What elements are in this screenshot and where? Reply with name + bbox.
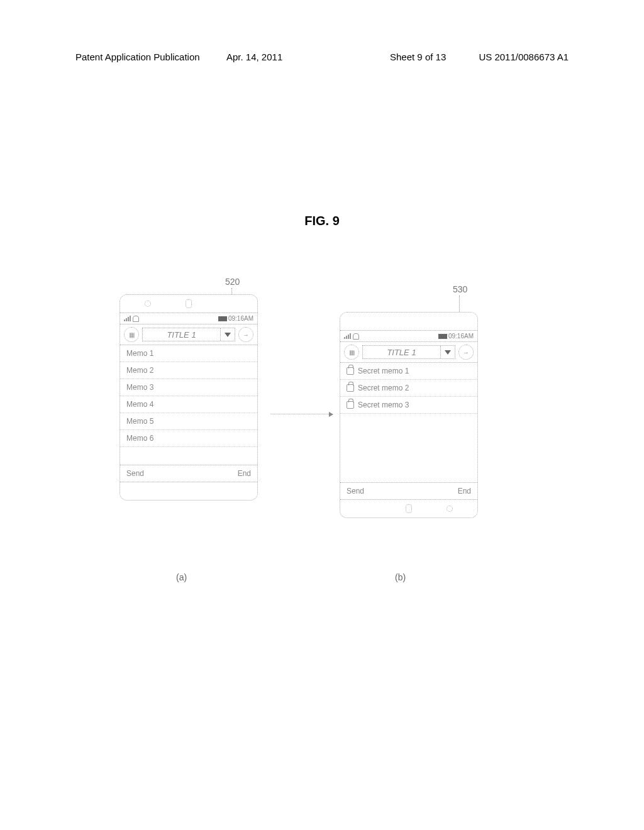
next-button[interactable]: → <box>458 345 474 360</box>
bell-icon <box>133 316 139 322</box>
figure-title: FIG. 9 <box>304 214 340 228</box>
camera-icon <box>145 301 151 307</box>
lock-icon <box>347 401 354 409</box>
speaker-icon <box>186 299 192 308</box>
arrow-right-icon: → <box>463 349 469 356</box>
list-item[interactable]: Memo 3 <box>120 379 257 396</box>
status-bar: 09:16AM <box>340 330 477 342</box>
header-date: Apr. 14, 2011 <box>226 52 282 62</box>
memo-list: Memo 1 Memo 2 Memo 3 Memo 4 Memo 5 Memo … <box>120 345 257 465</box>
subfigure-b-label: (b) <box>395 572 406 582</box>
phone-b: 09:16AM ▦ TITLE 1 → Secret memo 1 <box>340 312 478 518</box>
softkey-bar: Send End <box>120 465 257 482</box>
header-publication: Patent Application Publication <box>75 52 200 62</box>
phone-a: 09:16AM ▦ TITLE 1 → Memo 1 Memo 2 Memo 3 <box>119 294 258 501</box>
speaker-icon <box>406 504 412 513</box>
memo-label: Memo 1 <box>126 349 153 358</box>
memo-list: Secret memo 1 Secret memo 2 Secret memo … <box>340 363 477 482</box>
phone-a-top <box>120 295 257 313</box>
signal-icon <box>344 333 351 339</box>
arrow-right-icon: → <box>243 331 249 338</box>
phone-b-top <box>340 313 477 330</box>
phone-b-bottom <box>340 500 477 517</box>
softkey-bar: Send End <box>340 482 477 500</box>
header-pubno: US 2011/0086673 A1 <box>479 52 569 62</box>
lock-icon <box>347 367 354 375</box>
list-item[interactable]: Secret memo 3 <box>340 397 477 414</box>
list-item[interactable]: Secret memo 1 <box>340 363 477 380</box>
memo-label: Memo 5 <box>126 417 153 426</box>
status-bar: 09:16AM <box>120 313 257 324</box>
title-text: TITLE 1 <box>143 328 221 341</box>
title-bar: ▦ TITLE 1 → <box>340 342 477 363</box>
title-dropdown[interactable]: TITLE 1 <box>142 328 235 341</box>
memo-label: Memo 6 <box>126 434 153 443</box>
menu-button[interactable]: ▦ <box>124 327 139 342</box>
memo-label: Memo 4 <box>126 400 153 409</box>
next-button[interactable]: → <box>238 327 253 342</box>
status-time: 09:16AM <box>228 315 253 322</box>
memo-label: Secret memo 3 <box>358 401 409 409</box>
list-item[interactable]: Memo 6 <box>120 430 257 447</box>
list-item[interactable]: Memo 5 <box>120 413 257 430</box>
title-text: TITLE 1 <box>363 346 441 358</box>
memo-label: Secret memo 2 <box>358 384 409 392</box>
battery-icon <box>218 316 227 321</box>
chevron-down-icon <box>221 333 235 337</box>
grid-icon: ▦ <box>129 331 135 338</box>
battery-icon <box>438 334 447 339</box>
chevron-down-icon <box>441 350 455 355</box>
list-item[interactable]: Memo 2 <box>120 362 257 379</box>
subfigure-a-label: (a) <box>176 572 187 582</box>
bell-icon <box>353 333 359 340</box>
memo-label: Memo 3 <box>126 383 153 392</box>
list-item[interactable]: Secret memo 2 <box>340 380 477 397</box>
transition-arrow-icon <box>270 414 330 414</box>
camera-icon <box>447 506 453 512</box>
phone-a-bottom <box>120 482 257 500</box>
callout-530: 530 <box>453 284 467 294</box>
lock-icon <box>347 384 354 392</box>
memo-label: Memo 2 <box>126 366 153 375</box>
page-header: Patent Application Publication Apr. 14, … <box>75 52 569 62</box>
grid-icon: ▦ <box>349 349 355 356</box>
send-button[interactable]: Send <box>126 469 144 478</box>
menu-button[interactable]: ▦ <box>344 345 359 360</box>
header-sheet: Sheet 9 of 13 <box>390 52 446 62</box>
title-dropdown[interactable]: TITLE 1 <box>362 345 455 359</box>
memo-label: Secret memo 1 <box>358 367 409 375</box>
signal-icon <box>124 316 131 321</box>
list-item[interactable]: Memo 1 <box>120 345 257 362</box>
send-button[interactable]: Send <box>347 487 364 495</box>
list-item[interactable]: Memo 4 <box>120 396 257 413</box>
end-button[interactable]: End <box>238 469 251 478</box>
title-bar: ▦ TITLE 1 → <box>120 324 257 345</box>
callout-520: 520 <box>225 277 240 287</box>
end-button[interactable]: End <box>458 487 471 495</box>
status-time: 09:16AM <box>448 333 474 340</box>
